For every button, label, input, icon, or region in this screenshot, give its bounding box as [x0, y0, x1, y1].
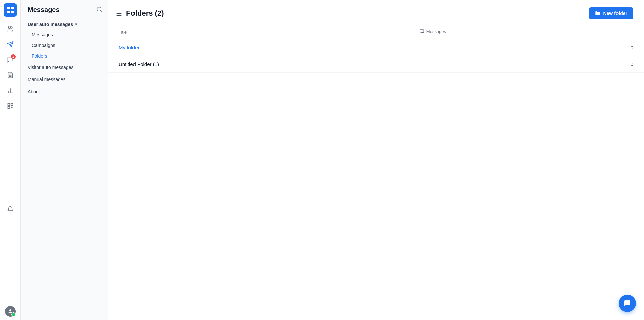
analytics-icon[interactable]	[4, 84, 17, 97]
chat-bubble-button[interactable]	[619, 295, 636, 312]
svg-point-4	[8, 26, 11, 29]
page-title: Folders (2)	[126, 9, 164, 18]
svg-rect-11	[8, 104, 10, 106]
user-avatar[interactable]	[5, 306, 16, 317]
folders-table: Title Messages My folder	[108, 25, 644, 73]
svg-point-15	[97, 7, 101, 11]
svg-point-14	[9, 309, 11, 311]
sidebar: Messages User auto messages ▾ Messages C…	[21, 0, 108, 320]
folder-title-cell: My folder	[108, 39, 409, 56]
sidebar-item-folders[interactable]: Folders	[21, 51, 108, 61]
sidebar-title: Messages	[28, 6, 60, 14]
sidebar-item-campaigns[interactable]: Campaigns	[21, 40, 108, 51]
table-row: Untitled Folder (1) 0	[108, 56, 644, 73]
sidebar-header: Messages	[21, 0, 108, 18]
svg-rect-0	[7, 7, 10, 9]
folder-title-cell: Untitled Folder (1)	[108, 56, 409, 73]
notes-icon[interactable]	[4, 68, 17, 82]
svg-rect-2	[7, 11, 10, 13]
main-header: ☰ Folders (2) New folder	[108, 0, 644, 25]
nav-group-label-text: User auto messages	[28, 22, 73, 27]
icon-rail: 1	[0, 0, 21, 320]
app-logo[interactable]	[4, 3, 17, 17]
folder-messages-cell: 0	[409, 39, 644, 56]
sidebar-item-manual-messages[interactable]: Manual messages	[21, 73, 108, 86]
my-folder-link[interactable]: My folder	[119, 45, 140, 50]
main-header-left: ☰ Folders (2)	[116, 9, 164, 18]
plugins-icon[interactable]	[4, 99, 17, 113]
search-icon[interactable]	[96, 6, 102, 14]
contacts-icon[interactable]	[4, 22, 17, 36]
folders-table-container: Title Messages My folder	[108, 25, 644, 320]
inbox-icon[interactable]: 1	[4, 53, 17, 66]
sidebar-item-messages[interactable]: Messages	[21, 29, 108, 40]
hamburger-icon[interactable]: ☰	[116, 9, 122, 17]
new-folder-button[interactable]: New folder	[589, 7, 633, 19]
svg-rect-12	[11, 104, 13, 106]
svg-rect-3	[11, 11, 14, 13]
notifications-icon[interactable]	[4, 203, 17, 216]
col-header-messages: Messages	[409, 25, 644, 39]
sidebar-item-visitor-auto-messages[interactable]: Visitor auto messages	[21, 61, 108, 73]
folder-messages-cell: 0	[409, 56, 644, 73]
col-header-title: Title	[108, 25, 409, 39]
sidebar-item-about[interactable]: About	[21, 86, 108, 98]
svg-rect-1	[11, 7, 14, 9]
sidebar-nav: User auto messages ▾ Messages Campaigns …	[21, 18, 108, 320]
automation-icon[interactable]	[4, 38, 17, 51]
nav-group-user-auto-messages[interactable]: User auto messages ▾	[21, 18, 108, 29]
svg-rect-13	[8, 107, 10, 109]
table-row: My folder 0	[108, 39, 644, 56]
chevron-down-icon: ▾	[75, 22, 77, 27]
inbox-badge: 1	[11, 54, 16, 59]
svg-line-16	[100, 10, 101, 11]
main-content: ☰ Folders (2) New folder Title	[108, 0, 644, 320]
